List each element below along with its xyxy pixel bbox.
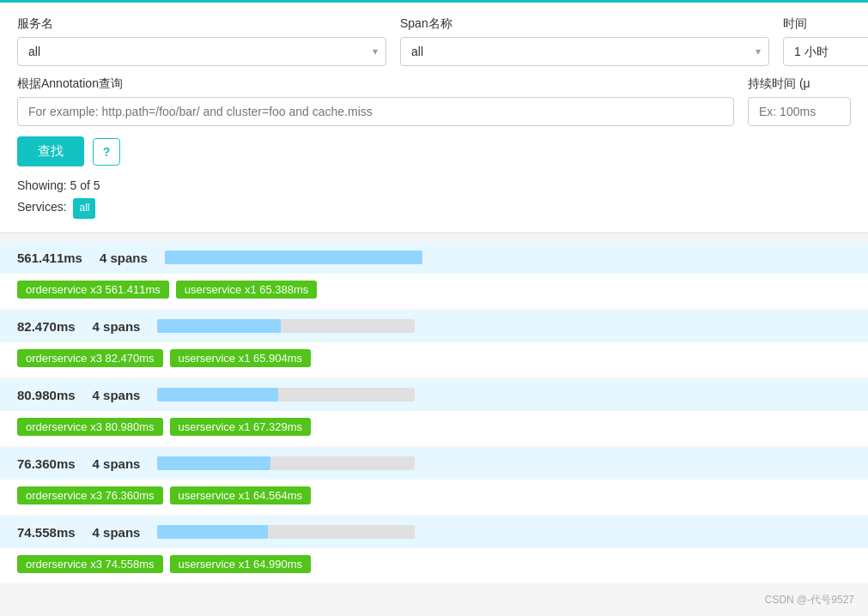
service-label: 服务名 (17, 16, 386, 32)
trace-time: 82.470ms (17, 319, 76, 334)
trace-item[interactable]: 80.980ms4 spansorderservice x3 80.980msu… (0, 379, 868, 446)
annotation-input-group: 根据Annotation查询 (17, 76, 734, 126)
tag-badge: userservice x1 65.388ms (176, 281, 318, 299)
trace-bar (157, 388, 278, 402)
trace-bar (157, 456, 270, 470)
time-select-wrapper: 1 小时 6 小时 12 小时 24 小时 ▾ (783, 37, 868, 66)
button-row: 查找 ? (17, 136, 851, 166)
watermark: CSDN @-代号9527 (765, 593, 854, 594)
trace-bar-container (165, 251, 422, 264)
services-label: Services: (17, 200, 67, 214)
annotation-input[interactable] (17, 97, 734, 126)
span-select-wrapper: all ▾ (400, 37, 769, 66)
trace-tags: orderservice x3 80.980msuserservice x1 6… (0, 411, 868, 446)
trace-time: 74.558ms (17, 525, 76, 540)
trace-item[interactable]: 561.411ms4 spansorderservice x3 561.411m… (0, 242, 868, 309)
service-field-group: 服务名 all ▾ (17, 16, 386, 66)
trace-bar (165, 251, 422, 264)
tag-badge: userservice x1 64.990ms (170, 555, 312, 573)
trace-spans: 4 spans (93, 319, 141, 334)
trace-time: 561.411ms (17, 251, 82, 265)
annotation-row: 根据Annotation查询 持续时间 (μ (17, 76, 851, 126)
trace-tags: orderservice x3 74.558msuserservice x1 6… (0, 548, 868, 583)
trace-bar-container (157, 525, 415, 539)
time-label: 时间 (783, 16, 868, 32)
tag-badge: orderservice x3 80.980ms (17, 418, 163, 436)
services-badge: all (73, 198, 95, 219)
tag-badge: userservice x1 64.564ms (170, 486, 312, 504)
search-row-1: 服务名 all ▾ Span名称 all ▾ 时间 1 小时 (17, 16, 851, 66)
search-panel: 服务名 all ▾ Span名称 all ▾ 时间 1 小时 (0, 3, 868, 233)
service-select-wrapper: all ▾ (17, 37, 386, 66)
trace-bar-container (157, 388, 415, 402)
duration-group: 持续时间 (μ (748, 76, 851, 126)
duration-input[interactable] (748, 97, 851, 126)
search-button[interactable]: 查找 (17, 136, 84, 166)
span-select[interactable]: all (400, 37, 769, 66)
trace-item[interactable]: 76.360ms4 spansorderservice x3 76.360msu… (0, 448, 868, 515)
trace-bar (157, 319, 281, 333)
showing-text: Showing: 5 of 5 (17, 175, 851, 196)
time-field-group: 时间 1 小时 6 小时 12 小时 24 小时 ▾ (783, 16, 868, 66)
trace-time: 80.980ms (17, 388, 76, 402)
trace-header: 74.558ms4 spans (0, 516, 868, 548)
tag-badge: orderservice x3 82.470ms (17, 349, 163, 367)
trace-header: 80.980ms4 spans (0, 379, 868, 411)
results-container: 561.411ms4 spansorderservice x3 561.411m… (0, 233, 868, 594)
time-select[interactable]: 1 小时 6 小时 12 小时 24 小时 (783, 37, 868, 66)
help-button[interactable]: ? (93, 138, 120, 166)
result-info: Showing: 5 of 5 Services: all (17, 175, 851, 219)
trace-spans: 4 spans (93, 456, 141, 471)
trace-item[interactable]: 82.470ms4 spansorderservice x3 82.470msu… (0, 311, 868, 377)
duration-label: 持续时间 (μ (748, 76, 851, 92)
span-label: Span名称 (400, 16, 769, 32)
trace-tags: orderservice x3 561.411msuserservice x1 … (0, 274, 868, 309)
trace-header: 82.470ms4 spans (0, 311, 868, 342)
trace-time: 76.360ms (17, 456, 76, 471)
trace-bar-container (157, 456, 415, 470)
trace-header: 76.360ms4 spans (0, 448, 868, 480)
trace-spans: 4 spans (100, 251, 148, 265)
services-row: Services: all (17, 196, 851, 219)
tag-badge: orderservice x3 76.360ms (17, 486, 163, 504)
trace-tags: orderservice x3 76.360msuserservice x1 6… (0, 480, 868, 515)
trace-item[interactable]: 74.558ms4 spansorderservice x3 74.558msu… (0, 516, 868, 583)
trace-tags: orderservice x3 82.470msuserservice x1 6… (0, 342, 868, 377)
tag-badge: userservice x1 65.904ms (170, 349, 312, 367)
tag-badge: orderservice x3 74.558ms (17, 555, 163, 573)
trace-bar-container (157, 319, 415, 333)
span-field-group: Span名称 all ▾ (400, 16, 769, 66)
annotation-label: 根据Annotation查询 (17, 76, 734, 92)
service-select[interactable]: all (17, 37, 386, 66)
tag-badge: userservice x1 67.329ms (170, 418, 312, 436)
tag-badge: orderservice x3 561.411ms (17, 281, 169, 299)
trace-spans: 4 spans (93, 525, 141, 540)
trace-header: 561.411ms4 spans (0, 242, 868, 274)
trace-spans: 4 spans (93, 388, 141, 402)
trace-bar (157, 525, 268, 539)
